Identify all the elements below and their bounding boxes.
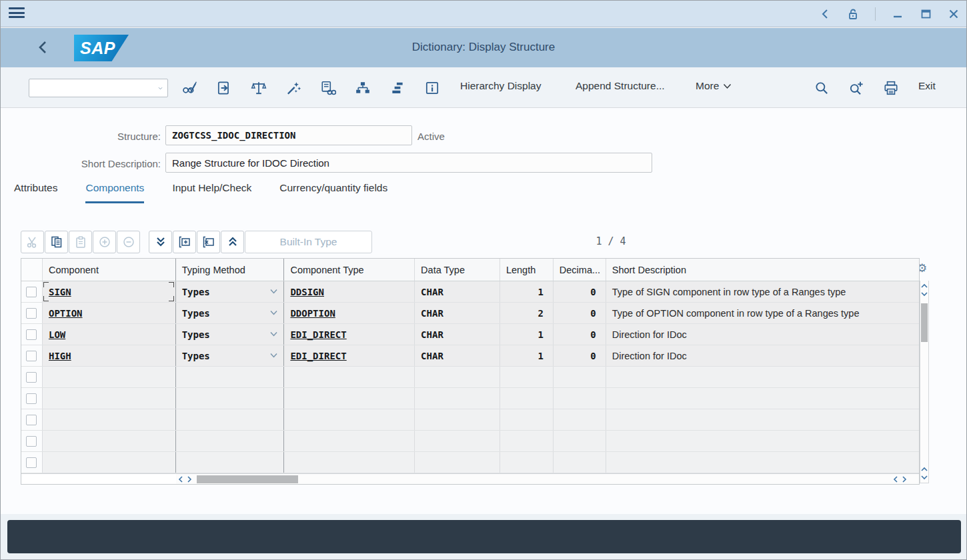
tab-currency-quantity-fields[interactable]: Currency/quantity fields (279, 182, 387, 203)
scroll-up-icon[interactable] (920, 465, 928, 473)
component-link[interactable]: LOW (49, 329, 65, 340)
command-field[interactable] (29, 79, 168, 97)
vertical-scrollbar-thumb[interactable] (921, 303, 928, 342)
hamburger-menu-icon[interactable] (9, 7, 25, 20)
cell-component-type (284, 409, 415, 430)
component-type-link[interactable]: EDI_DIRECT (290, 329, 346, 340)
cell-short-description (606, 367, 919, 387)
structure-field[interactable]: ZOGTCSS_IDOC_DIRECTION (165, 125, 412, 145)
exit-button[interactable]: Exit (918, 80, 936, 92)
append-structure-button[interactable]: Append Structure... (576, 80, 665, 92)
cell-component-type[interactable]: DDSIGN (284, 281, 415, 302)
row-checkbox[interactable] (26, 457, 37, 468)
cell-component-type[interactable]: DDOPTION (284, 303, 415, 323)
cell-component[interactable]: HIGH (43, 345, 176, 366)
header-typing-method[interactable]: Typing Method (176, 259, 285, 281)
information-icon[interactable] (422, 78, 442, 98)
header-select-all[interactable] (21, 259, 43, 281)
row-checkbox[interactable] (26, 351, 37, 361)
back-chevron-icon[interactable] (819, 8, 831, 20)
tab-input-help-check[interactable]: Input Help/Check (172, 182, 251, 203)
collapse-all-button[interactable] (221, 231, 244, 253)
paste-button[interactable] (69, 231, 92, 253)
row-checkbox[interactable] (26, 308, 37, 319)
cell-component[interactable]: OPTION (43, 303, 176, 323)
consistency-check-icon[interactable] (249, 78, 269, 98)
scroll-right-icon[interactable] (185, 474, 193, 484)
scroll-down-icon[interactable] (920, 290, 928, 298)
find-icon[interactable] (812, 78, 832, 98)
header-component-type[interactable]: Component Type (284, 259, 415, 281)
typing-method-value: Types (182, 287, 210, 297)
cell-component (43, 367, 176, 387)
horizontal-scrollbar-thumb[interactable] (197, 475, 298, 483)
activate-icon[interactable] (283, 78, 303, 98)
component-link[interactable]: HIGH (49, 351, 71, 361)
row-checkbox[interactable] (26, 415, 37, 425)
sap-gui-window: SAP Dictionary: Display Structure Hierar… (0, 0, 967, 560)
display-change-icon[interactable] (179, 78, 199, 98)
cell-typing-method[interactable]: Types (176, 303, 285, 323)
component-link[interactable]: OPTION (49, 308, 83, 319)
maximize-icon[interactable] (920, 8, 932, 20)
header-length[interactable]: Length (500, 259, 554, 281)
data-type-value: CHAR (421, 351, 443, 361)
row-checkbox[interactable] (26, 329, 37, 340)
tab-attributes[interactable]: Attributes (14, 182, 57, 203)
find-next-icon[interactable] (846, 78, 866, 98)
cell-component[interactable]: LOW (43, 324, 176, 345)
scroll-right-icon[interactable] (900, 474, 908, 484)
dropdown-chevron-icon[interactable] (158, 85, 163, 91)
minimize-icon[interactable] (892, 8, 904, 20)
component-type-link[interactable]: DDSIGN (290, 287, 324, 297)
component-type-link[interactable]: EDI_DIRECT (290, 351, 346, 361)
copy-object-icon[interactable] (214, 78, 234, 98)
component-type-link[interactable]: DDOPTION (290, 308, 335, 319)
component-link[interactable]: SIGN (49, 287, 71, 297)
insert-row-button[interactable] (173, 231, 196, 253)
close-icon[interactable] (948, 8, 960, 20)
cell-component-type[interactable]: EDI_DIRECT (284, 345, 415, 366)
cell-component-type[interactable]: EDI_DIRECT (284, 324, 415, 345)
sort-icon[interactable] (387, 78, 407, 98)
hierarchy-display-button[interactable]: Hierarchy Display (460, 80, 541, 92)
cell-decimals (554, 409, 606, 430)
header-short-description[interactable]: Short Description (606, 259, 919, 281)
scroll-down-icon[interactable] (920, 473, 928, 481)
expand-all-button[interactable] (149, 231, 172, 253)
copy-button[interactable] (45, 231, 68, 253)
horizontal-scrollbar[interactable] (21, 473, 919, 484)
row-checkbox[interactable] (26, 436, 37, 447)
command-input[interactable] (29, 79, 158, 97)
cell-typing-method[interactable]: Types (176, 324, 285, 345)
cell-typing-method (176, 367, 285, 387)
window-controls (819, 1, 960, 27)
lock-icon[interactable] (847, 8, 859, 20)
scroll-left-icon[interactable] (891, 474, 900, 484)
hierarchy-icon[interactable] (353, 78, 373, 98)
vertical-scrollbar[interactable] (920, 281, 929, 483)
cell-typing-method[interactable]: Types (176, 281, 285, 302)
delete-entry-button[interactable] (117, 231, 140, 253)
scroll-up-icon[interactable] (920, 282, 928, 290)
cell-component[interactable]: SIGN (43, 281, 176, 302)
row-checkbox[interactable] (26, 287, 37, 297)
cut-button[interactable] (21, 231, 44, 253)
where-used-icon[interactable] (318, 78, 338, 98)
cell-typing-method[interactable]: Types (176, 345, 285, 366)
delete-row-button[interactable] (197, 231, 220, 253)
insert-entry-button[interactable] (93, 231, 116, 253)
header-component[interactable]: Component (43, 259, 176, 281)
print-icon[interactable] (881, 78, 901, 98)
builtin-type-button[interactable]: Built-In Type (245, 231, 372, 253)
header-data-type[interactable]: Data Type (415, 259, 500, 281)
scroll-left-icon[interactable] (176, 474, 185, 484)
more-menu-button[interactable]: More (696, 80, 732, 92)
row-checkbox[interactable] (26, 393, 37, 404)
tab-components[interactable]: Components (85, 182, 144, 203)
cell-component-type (284, 388, 415, 409)
row-checkbox[interactable] (26, 372, 37, 383)
length-value: 2 (538, 308, 543, 319)
short-description-field[interactable]: Range Structure for IDOC Direction (165, 153, 652, 173)
header-decimals[interactable]: Decima... (554, 259, 606, 281)
